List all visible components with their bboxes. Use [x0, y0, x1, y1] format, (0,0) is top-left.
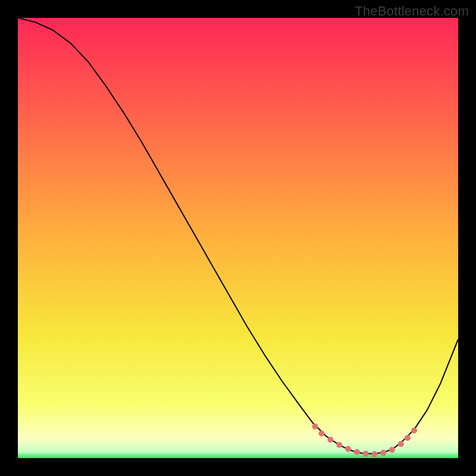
- chart-svg: [18, 18, 458, 458]
- chart-plot-area: [18, 18, 458, 458]
- watermark-text: TheBottleneck.com: [355, 4, 469, 19]
- marker-dot: [380, 450, 386, 456]
- marker-dot: [411, 427, 417, 433]
- marker-dot: [363, 451, 369, 457]
- marker-dot: [389, 447, 395, 453]
- marker-dot: [371, 451, 377, 457]
- marker-dot: [336, 442, 342, 448]
- marker-dot: [354, 449, 360, 455]
- marker-dot: [345, 446, 351, 452]
- chart-background: [18, 18, 458, 458]
- marker-dot: [319, 431, 325, 437]
- marker-dot: [398, 441, 404, 447]
- marker-dot: [312, 424, 318, 430]
- marker-dot: [405, 435, 411, 441]
- marker-dot: [327, 437, 333, 443]
